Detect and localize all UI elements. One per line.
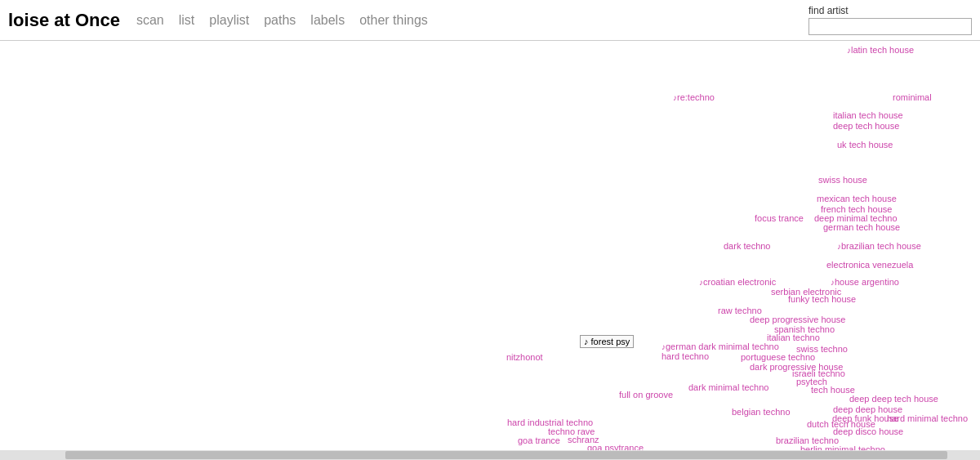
genre-label-re:techno[interactable]: re:techno [673, 92, 715, 102]
find-artist-input[interactable] [808, 18, 972, 35]
genre-label-deep-tech-house[interactable]: deep tech house [833, 121, 899, 131]
find-artist-label: find artist [808, 5, 849, 16]
genre-label-german-tech-house[interactable]: german tech house [823, 222, 900, 232]
nav-playlist[interactable]: playlist [209, 13, 249, 28]
genre-label-deep-progressive-house[interactable]: deep progressive house [750, 315, 845, 324]
nav-scan[interactable]: scan [136, 13, 164, 28]
genre-label-electronica-venezuela[interactable]: electronica venezuela [826, 260, 913, 270]
nav-list[interactable]: list [179, 13, 195, 28]
genre-label-deep-deep-tech-house[interactable]: deep deep tech house [849, 394, 938, 404]
genre-label-dark-techno[interactable]: dark techno [724, 241, 770, 251]
genre-label-german-dark-minimal-techno[interactable]: german dark minimal techno [662, 342, 779, 351]
genre-label-italian-tech-house[interactable]: italian tech house [833, 110, 903, 120]
genre-label-rominimal[interactable]: rominimal [893, 92, 932, 102]
genre-label-dark-minimal-techno[interactable]: dark minimal techno [688, 382, 768, 392]
site-title: loise at Once [8, 10, 120, 31]
genre-label-focus-trance[interactable]: focus trance [755, 213, 804, 223]
genre-label-latin-tech-house[interactable]: latin tech house [847, 45, 914, 55]
genre-label-brazilian-tech-house[interactable]: brazilian tech house [837, 241, 921, 251]
scrollbar-thumb[interactable] [65, 451, 947, 459]
genre-map: latin tech housere:technorominimalitalia… [0, 33, 980, 460]
genre-label-swiss-house[interactable]: swiss house [818, 175, 867, 185]
genre-label-hard-minimal-techno[interactable]: hard minimal techno [887, 413, 968, 423]
header: loise at Once scan list playlist paths l… [0, 0, 980, 41]
genre-label-mexican-tech-house[interactable]: mexican tech house [817, 194, 897, 203]
nav-other-things[interactable]: other things [359, 13, 428, 28]
horizontal-scrollbar[interactable] [0, 450, 980, 460]
genre-label-croatian-electronic[interactable]: croatian electronic [699, 277, 776, 287]
genre-label-forest-psy[interactable]: forest psy [580, 335, 634, 348]
genre-label-hard-techno[interactable]: hard techno [662, 351, 709, 361]
genre-label-full-on-groove[interactable]: full on groove [619, 390, 673, 400]
nav-labels[interactable]: labels [310, 13, 345, 28]
genre-label-deep-disco-house[interactable]: deep disco house [833, 427, 903, 436]
genre-label-tech-house[interactable]: tech house [811, 385, 855, 395]
genre-label-uk-tech-house[interactable]: uk tech house [837, 140, 893, 150]
genre-label-belgian-techno[interactable]: belgian techno [732, 407, 791, 417]
genre-label-nitzhonot[interactable]: nitzhonot [506, 352, 543, 362]
search-area: find artist [808, 5, 972, 35]
nav-paths[interactable]: paths [264, 13, 296, 28]
genre-label-goa-trance[interactable]: goa trance [518, 435, 560, 445]
genre-label-funky-tech-house[interactable]: funky tech house [788, 294, 856, 304]
genre-label-house-argentino[interactable]: house argentino [831, 277, 899, 287]
genre-label-portuguese-techno[interactable]: portuguese techno [741, 352, 815, 362]
